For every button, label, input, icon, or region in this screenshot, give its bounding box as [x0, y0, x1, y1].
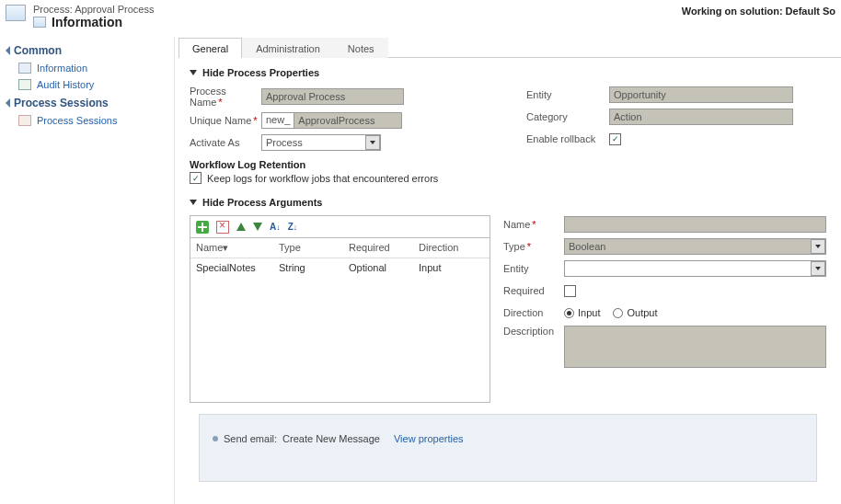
keep-logs-checkbox[interactable] — [190, 172, 202, 184]
sessions-icon — [18, 115, 31, 126]
caret-down-icon — [190, 200, 197, 205]
tab-strip: General Administration Notes — [179, 37, 841, 58]
arg-entity-label: Entity — [503, 263, 564, 274]
arg-direction-label: Direction — [503, 307, 564, 318]
unique-name-prefix: new_ — [261, 112, 294, 129]
content-area: General Administration Notes Hide Proces… — [175, 37, 841, 504]
add-argument-button[interactable] — [196, 221, 209, 234]
direction-input-radio[interactable]: Input — [564, 307, 600, 318]
view-properties-link[interactable]: View properties — [394, 433, 464, 444]
sidebar-item-information[interactable]: Information — [0, 60, 174, 76]
entity-label: Entity — [526, 89, 609, 100]
sidebar-item-process-sessions[interactable]: Process Sessions — [0, 112, 174, 129]
enable-rollback-label: Enable rollback — [526, 133, 609, 144]
unique-name-label: Unique Name — [190, 115, 251, 126]
arg-description-field[interactable] — [564, 326, 826, 368]
section-process-properties[interactable]: Hide Process Properties — [190, 67, 826, 78]
information-icon — [18, 63, 31, 74]
process-name-field[interactable] — [261, 88, 404, 105]
activate-as-label: Activate As — [190, 137, 261, 148]
category-field — [609, 109, 793, 125]
chevron-down-icon — [815, 267, 821, 270]
arg-name-field[interactable] — [564, 216, 826, 233]
sort-asc-button[interactable]: A — [270, 222, 281, 232]
arg-type-select[interactable] — [564, 238, 826, 255]
arguments-grid[interactable]: Name▾ Type Required Direction SpecialNot… — [190, 237, 490, 403]
direction-output-radio[interactable]: Output — [613, 307, 657, 318]
caret-down-icon — [190, 70, 197, 75]
tab-notes[interactable]: Notes — [334, 38, 388, 58]
activate-as-select[interactable] — [261, 134, 381, 151]
sidebar: Common Information Audit History Process… — [0, 37, 175, 504]
col-name[interactable]: Name — [196, 242, 223, 253]
arg-description-label: Description — [503, 326, 564, 337]
caret-icon — [6, 98, 10, 108]
workflow-log-retention-header: Workflow Log Retention — [190, 159, 490, 170]
step-value: Create New Message — [282, 433, 380, 444]
header-process-prefix: Process: — [33, 4, 73, 15]
window-header: Process: Approval Process Information Wo… — [0, 0, 841, 37]
chevron-down-icon — [815, 245, 821, 248]
category-label: Category — [526, 111, 609, 122]
section-process-arguments[interactable]: Hide Process Arguments — [190, 197, 826, 208]
sidebar-item-audit-history[interactable]: Audit History — [0, 76, 174, 93]
tab-administration[interactable]: Administration — [242, 38, 334, 58]
working-on-label: Working on solution: Default So — [682, 4, 835, 17]
bullet-icon — [213, 436, 218, 441]
arguments-toolbar: A Z — [190, 215, 490, 237]
step-send-email[interactable]: Send email: Create New Message View prop… — [213, 433, 803, 444]
move-up-button[interactable] — [236, 223, 246, 231]
col-required[interactable]: Required — [349, 242, 419, 254]
page-title: Information — [52, 15, 122, 29]
information-icon — [33, 17, 46, 28]
step-label: Send email: — [224, 433, 277, 444]
dropdown-button[interactable] — [365, 135, 380, 150]
sidebar-section-process-sessions[interactable]: Process Sessions — [0, 93, 174, 112]
tab-general[interactable]: General — [179, 38, 242, 58]
enable-rollback-checkbox[interactable] — [609, 133, 621, 145]
dropdown-button[interactable] — [811, 239, 825, 254]
header-process-name: Approval Process — [75, 4, 154, 15]
entity-field — [609, 86, 793, 103]
keep-logs-label: Keep logs for workflow jobs that encount… — [207, 173, 438, 184]
arg-entity-select[interactable] — [564, 260, 826, 277]
required-asterisk: * — [218, 97, 222, 108]
unique-name-field[interactable] — [294, 112, 402, 129]
dropdown-button[interactable] — [811, 261, 825, 276]
audit-icon — [18, 79, 31, 90]
col-type[interactable]: Type — [279, 242, 349, 254]
argument-row[interactable]: SpecialNotes String Optional Input — [190, 258, 490, 277]
process-icon — [6, 5, 26, 21]
move-down-button[interactable] — [253, 223, 262, 231]
arg-required-checkbox[interactable] — [564, 285, 576, 297]
sort-desc-button[interactable]: Z — [288, 222, 298, 232]
col-direction[interactable]: Direction — [419, 242, 484, 254]
steps-panel: Send email: Create New Message View prop… — [199, 414, 817, 482]
arg-name-label: Name — [503, 219, 530, 230]
caret-icon — [6, 46, 10, 55]
sidebar-section-common[interactable]: Common — [0, 40, 174, 60]
arg-type-label: Type — [503, 241, 525, 252]
chevron-down-icon — [370, 141, 375, 144]
required-asterisk: * — [253, 115, 257, 126]
arg-required-label: Required — [503, 285, 564, 296]
delete-argument-button[interactable] — [216, 221, 229, 234]
